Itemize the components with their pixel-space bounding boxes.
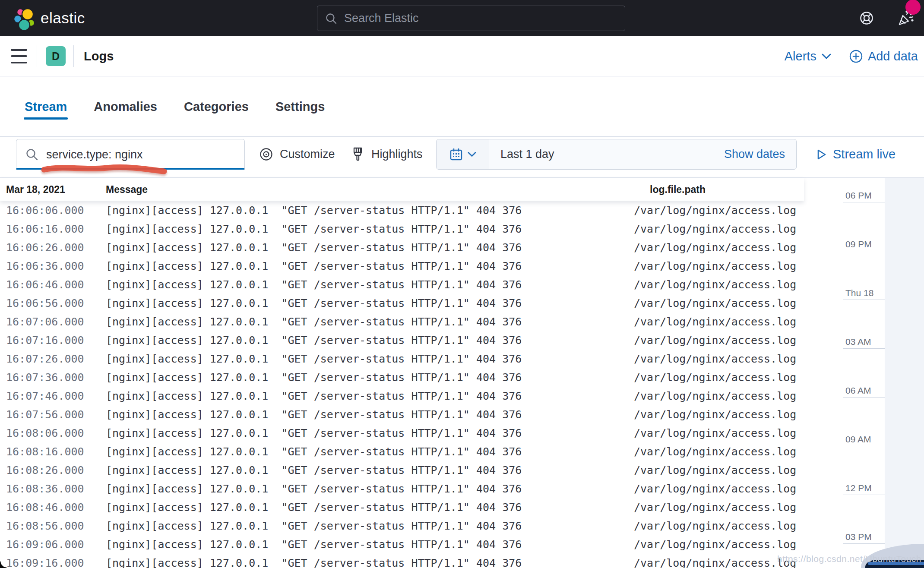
- cell-path: /var/log/nginx/access.log: [634, 368, 796, 387]
- cell-path: /var/log/nginx/access.log: [634, 535, 796, 554]
- cell-path: /var/log/nginx/access.log: [634, 405, 796, 424]
- show-dates-button[interactable]: Show dates: [724, 148, 785, 161]
- log-table-row[interactable]: 16:06:46.000 [nginx][access] 127.0.0.1 "…: [0, 275, 804, 294]
- cell-time: 16:09:06.000: [6, 535, 84, 554]
- concentric-eye-icon: [259, 147, 273, 161]
- log-table-row[interactable]: 16:08:36.000 [nginx][access] 127.0.0.1 "…: [0, 480, 804, 498]
- cell-message: [nginx][access] 127.0.0.1 "GET /server-s…: [106, 554, 522, 568]
- log-table-row[interactable]: 16:07:46.000 [nginx][access] 127.0.0.1 "…: [0, 387, 804, 405]
- date-range-value: Last 1 day: [500, 148, 554, 161]
- cell-time: 16:07:36.000: [6, 368, 84, 387]
- menu-button[interactable]: [11, 49, 27, 63]
- page-title: Logs: [84, 36, 114, 76]
- logs-tabs: Stream Anomalies Categories Settings: [0, 76, 924, 137]
- cell-path: /var/log/nginx/access.log: [634, 275, 796, 294]
- log-table-row[interactable]: 16:08:46.000 [nginx][access] 127.0.0.1 "…: [0, 498, 804, 517]
- log-table-row[interactable]: 16:08:16.000 [nginx][access] 127.0.0.1 "…: [0, 442, 804, 461]
- cell-message: [nginx][access] 127.0.0.1 "GET /server-s…: [106, 257, 522, 275]
- tab-categories[interactable]: Categories: [184, 99, 249, 114]
- log-table-row[interactable]: 16:09:16.000 [nginx][access] 127.0.0.1 "…: [0, 554, 804, 568]
- log-stream-panel: Mar 18, 2021 Message log.file.path 16:06…: [0, 178, 924, 568]
- alerts-button[interactable]: Alerts: [785, 49, 832, 63]
- tab-stream[interactable]: Stream: [25, 99, 67, 114]
- cell-time: 16:06:46.000: [6, 275, 84, 294]
- divider: [37, 45, 37, 67]
- cell-path: /var/log/nginx/access.log: [634, 220, 796, 238]
- cell-time: 16:06:56.000: [6, 294, 84, 312]
- log-table-row[interactable]: 16:06:16.000 [nginx][access] 127.0.0.1 "…: [0, 220, 804, 238]
- cell-path: /var/log/nginx/access.log: [634, 442, 796, 461]
- cell-time: 16:07:46.000: [6, 387, 84, 405]
- log-table-row[interactable]: 16:07:06.000 [nginx][access] 127.0.0.1 "…: [0, 312, 804, 331]
- notification-badge: [905, 0, 921, 15]
- cell-time: 16:08:06.000: [6, 424, 84, 442]
- log-filter-query: service.type: nginx: [46, 148, 143, 161]
- cell-path: /var/log/nginx/access.log: [634, 350, 796, 368]
- timeline-tick-label: 06 PM: [845, 190, 872, 201]
- date-quick-select-button[interactable]: [437, 139, 489, 169]
- cell-message: [nginx][access] 127.0.0.1 "GET /server-s…: [106, 517, 522, 535]
- cell-path: /var/log/nginx/access.log: [634, 294, 796, 312]
- cell-time: 16:06:26.000: [6, 238, 84, 257]
- log-table-row[interactable]: 16:07:56.000 [nginx][access] 127.0.0.1 "…: [0, 405, 804, 424]
- cell-time: 16:07:16.000: [6, 331, 84, 350]
- cell-time: 16:08:46.000: [6, 498, 84, 517]
- cell-path: /var/log/nginx/access.log: [634, 312, 796, 331]
- search-icon: [25, 148, 39, 161]
- timeline-tick-label: 09 PM: [845, 239, 872, 249]
- log-filter-input[interactable]: service.type: nginx: [16, 139, 245, 170]
- customize-button[interactable]: Customize: [259, 139, 335, 170]
- plus-circle-icon: [849, 49, 863, 63]
- timeline-tick: 03 PM: [843, 531, 885, 544]
- cell-time: 16:07:26.000: [6, 350, 84, 368]
- cell-message: [nginx][access] 127.0.0.1 "GET /server-s…: [106, 480, 522, 498]
- cell-path: /var/log/nginx/access.log: [634, 201, 796, 220]
- highlights-label: Highlights: [371, 148, 423, 161]
- timeline-tick-label: 03 AM: [845, 337, 871, 347]
- cell-time: 16:06:06.000: [6, 201, 84, 220]
- cell-time: 16:08:56.000: [6, 517, 84, 535]
- log-table-row[interactable]: 16:07:26.000 [nginx][access] 127.0.0.1 "…: [0, 350, 804, 368]
- input-focus-bar: [16, 168, 244, 170]
- log-table-row[interactable]: 16:07:16.000 [nginx][access] 127.0.0.1 "…: [0, 331, 804, 350]
- timeline-tick: 09 AM: [843, 433, 885, 446]
- add-data-button[interactable]: Add data: [849, 49, 918, 63]
- timeline-tick: 03 AM: [843, 336, 885, 349]
- time-minimap[interactable]: [885, 178, 924, 568]
- log-table-row[interactable]: 16:06:06.000 [nginx][access] 127.0.0.1 "…: [0, 201, 804, 220]
- page-actions: Alerts Add data: [785, 36, 918, 76]
- log-table-row[interactable]: 16:08:56.000 [nginx][access] 127.0.0.1 "…: [0, 517, 804, 535]
- cell-time: 16:08:26.000: [6, 461, 84, 480]
- highlights-button[interactable]: Highlights: [351, 139, 423, 170]
- log-table-row[interactable]: 16:08:26.000 [nginx][access] 127.0.0.1 "…: [0, 461, 804, 480]
- global-search-input[interactable]: Search Elastic: [317, 6, 625, 31]
- stream-live-button[interactable]: Stream live: [815, 139, 896, 170]
- tab-anomalies[interactable]: Anomalies: [94, 99, 157, 114]
- date-range-display[interactable]: Last 1 day Show dates: [489, 139, 796, 169]
- log-table-row[interactable]: 16:06:26.000 [nginx][access] 127.0.0.1 "…: [0, 238, 804, 257]
- cell-message: [nginx][access] 127.0.0.1 "GET /server-s…: [106, 442, 522, 461]
- log-table-row[interactable]: 16:06:36.000 [nginx][access] 127.0.0.1 "…: [0, 257, 804, 275]
- log-table-row[interactable]: 16:08:06.000 [nginx][access] 127.0.0.1 "…: [0, 424, 804, 442]
- newsfeed-button[interactable]: [896, 9, 915, 27]
- column-header-message: Message: [106, 178, 148, 201]
- paint-brush-icon: [351, 147, 365, 162]
- cell-message: [nginx][access] 127.0.0.1 "GET /server-s…: [106, 424, 522, 442]
- tab-settings[interactable]: Settings: [275, 99, 325, 114]
- date-picker: Last 1 day Show dates: [436, 139, 797, 170]
- cell-path: /var/log/nginx/access.log: [634, 387, 796, 405]
- stream-toolbar: service.type: nginx Customize: [0, 137, 924, 178]
- log-table-row[interactable]: 16:09:06.000 [nginx][access] 127.0.0.1 "…: [0, 535, 804, 554]
- cell-message: [nginx][access] 127.0.0.1 "GET /server-s…: [106, 201, 522, 220]
- cell-message: [nginx][access] 127.0.0.1 "GET /server-s…: [106, 350, 522, 368]
- cell-message: [nginx][access] 127.0.0.1 "GET /server-s…: [106, 461, 522, 480]
- log-table-header: Mar 18, 2021 Message log.file.path: [0, 178, 804, 201]
- help-button[interactable]: [858, 9, 876, 27]
- header-action-icons: [858, 0, 915, 36]
- timeline-tick-label: Thu 18: [845, 288, 873, 298]
- log-table-row[interactable]: 16:07:36.000 [nginx][access] 127.0.0.1 "…: [0, 368, 804, 387]
- space-badge[interactable]: D: [46, 46, 66, 66]
- play-outline-icon: [815, 148, 827, 161]
- elastic-brand[interactable]: elastic: [9, 0, 85, 36]
- log-table-row[interactable]: 16:06:56.000 [nginx][access] 127.0.0.1 "…: [0, 294, 804, 312]
